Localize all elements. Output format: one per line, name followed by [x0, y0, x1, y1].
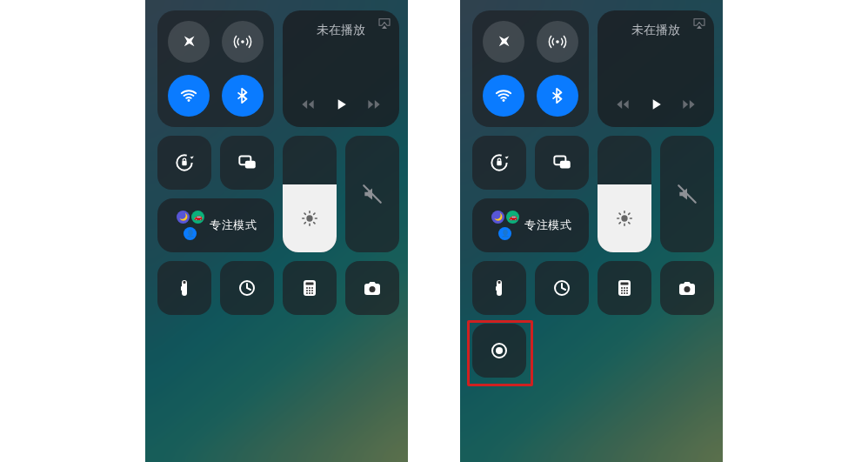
focus-mode-label: 专注模式 [524, 218, 571, 233]
media-prev-button[interactable] [614, 96, 631, 113]
airplane-mode-toggle[interactable] [483, 21, 524, 63]
control-center-right: 未在播放 🌙 🚗 👤 专注模式 [460, 0, 723, 462]
play-icon [338, 99, 346, 110]
control-center-left: 未在播放 🌙 🚗 👤 专注模式 [145, 0, 408, 462]
next-icon [683, 100, 694, 109]
flashlight-icon [496, 280, 502, 296]
wifi-toggle[interactable] [168, 75, 210, 117]
media-controls-tile[interactable]: 未在播放 [283, 10, 399, 127]
now-playing-label: 未在播放 [291, 23, 391, 38]
cellular-icon [549, 37, 565, 48]
volume-mute-slider[interactable] [660, 136, 714, 252]
screen-mirroring-button[interactable] [220, 136, 274, 190]
media-next-button[interactable] [365, 96, 383, 113]
camera-icon [364, 282, 380, 295]
timer-button[interactable] [220, 261, 274, 315]
cellular-icon [234, 37, 250, 48]
next-icon [368, 100, 379, 109]
focus-mode-label: 专注模式 [210, 218, 257, 233]
screen-mirroring-button[interactable] [535, 136, 589, 190]
airplay-icon[interactable] [691, 16, 707, 31]
connectivity-group [472, 10, 589, 127]
timer-icon [240, 281, 254, 295]
media-play-button[interactable] [647, 96, 664, 113]
bluetooth-toggle[interactable] [222, 75, 264, 117]
play-icon [653, 99, 661, 110]
brightness-slider[interactable] [283, 136, 337, 252]
rotation-lock-icon [177, 155, 194, 170]
screen-record-button[interactable] [472, 324, 526, 378]
airplay-icon[interactable] [377, 16, 392, 31]
focus-mode-button[interactable]: 🌙 🚗 👤 专注模式 [472, 198, 589, 252]
brightness-fill [598, 184, 651, 252]
rotation-lock-toggle[interactable] [157, 136, 211, 190]
media-play-button[interactable] [332, 96, 350, 113]
now-playing-label: 未在播放 [606, 23, 705, 38]
volume-mute-slider[interactable] [345, 136, 399, 252]
focus-icon-cluster: 🌙 🚗 👤 [490, 211, 519, 240]
prev-icon [302, 100, 313, 109]
airplane-icon [179, 32, 198, 51]
rotation-lock-icon [491, 155, 509, 170]
cellular-data-toggle[interactable] [222, 21, 264, 63]
timer-icon [555, 281, 569, 295]
mute-icon [678, 185, 696, 203]
rotation-lock-toggle[interactable] [472, 136, 526, 190]
connectivity-group [157, 10, 274, 127]
calculator-button[interactable] [283, 261, 337, 315]
brightness-icon [303, 211, 317, 226]
flashlight-button[interactable] [472, 261, 526, 315]
wifi-icon [182, 90, 197, 102]
prev-icon [617, 100, 628, 109]
focus-icon-cluster: 🌙 🚗 👤 [175, 211, 204, 240]
calculator-icon [304, 280, 316, 296]
mirroring-icon [239, 156, 255, 168]
wifi-toggle[interactable] [483, 75, 524, 117]
calculator-icon [618, 280, 631, 296]
wifi-icon [497, 90, 511, 102]
bluetooth-icon [238, 89, 247, 104]
flashlight-icon [181, 280, 187, 296]
brightness-fill [283, 184, 337, 252]
brightness-slider[interactable] [598, 136, 651, 252]
camera-button[interactable] [345, 261, 399, 315]
brightness-icon [618, 211, 632, 226]
bluetooth-icon [553, 89, 562, 104]
airplane-icon [494, 32, 513, 51]
screen-record-icon [492, 344, 506, 358]
media-controls-tile[interactable]: 未在播放 [598, 10, 714, 127]
mute-icon [364, 185, 381, 203]
mirroring-icon [554, 156, 570, 168]
cellular-data-toggle[interactable] [537, 21, 578, 63]
timer-button[interactable] [535, 261, 589, 315]
camera-icon [679, 282, 695, 295]
camera-button[interactable] [660, 261, 714, 315]
focus-mode-button[interactable]: 🌙 🚗 👤 专注模式 [157, 198, 274, 252]
bluetooth-toggle[interactable] [537, 75, 578, 117]
media-prev-button[interactable] [299, 96, 317, 113]
media-next-button[interactable] [680, 96, 698, 113]
airplane-mode-toggle[interactable] [168, 21, 210, 63]
flashlight-button[interactable] [157, 261, 211, 315]
calculator-button[interactable] [598, 261, 651, 315]
